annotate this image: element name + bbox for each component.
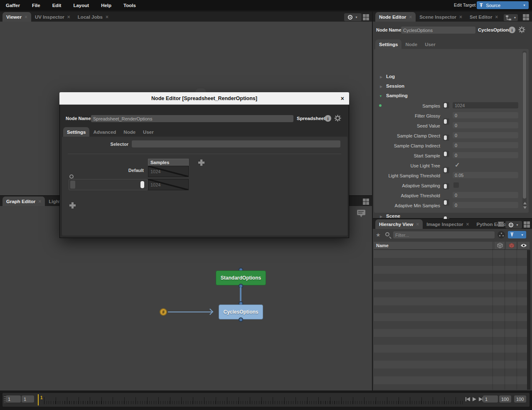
play-button[interactable] [473,397,476,401]
plug-toggle[interactable] [443,118,449,125]
plug-toggle[interactable] [443,151,449,157]
close-icon[interactable]: × [459,14,462,20]
node-editor-mode-button[interactable]: ▼ [504,14,518,21]
spreadsheet-default-cell[interactable]: 1024 [148,166,189,177]
set-filter-icon[interactable] [498,231,505,238]
light-sampling-threshold-input[interactable] [453,172,518,178]
start-sample-input[interactable] [453,152,518,158]
hierarchy-filter-input[interactable] [393,231,495,238]
section-arrow-icon[interactable]: ▶ [380,215,382,219]
close-icon[interactable]: × [106,14,108,20]
spreadsheet-row-name-widget[interactable] [69,179,148,190]
section-arrow-icon[interactable]: ▶ [380,85,382,88]
subtab-node[interactable]: Node [401,39,421,49]
hierarchy-rows[interactable] [374,250,530,390]
node-dot-hash[interactable]: # [160,308,167,316]
hierarchy-focus-button[interactable]: ▼ [505,221,522,228]
scroll-gutter[interactable] [527,250,530,390]
adaptive-threshold-input[interactable] [453,192,518,198]
tab-local-jobs[interactable]: Local Jobs× [74,12,112,22]
selector-input[interactable] [132,140,340,147]
menu-gaffer[interactable]: Gaffer [6,3,20,8]
name-column-header[interactable]: Name [374,243,494,248]
dialog-tab-user[interactable]: User [139,127,158,137]
scene-column-header[interactable] [494,242,505,250]
section-arrow-icon[interactable]: ▶ [380,75,382,79]
tab-hierarchy-view[interactable]: Hierarchy View× [375,219,423,229]
sample-clamp-indirect-input[interactable] [453,142,518,148]
subtab-user[interactable]: User [421,39,439,49]
tab-uv-inspector[interactable]: UV Inspector× [31,12,74,22]
plug-toggle[interactable] [443,167,449,173]
spreadsheet-column-header[interactable]: Samples [148,159,189,166]
layout-grid-icon[interactable] [524,221,530,228]
close-icon[interactable]: × [466,221,469,227]
star-icon[interactable]: ★ [376,232,381,238]
range-start-field[interactable] [483,395,498,403]
range-max-field[interactable] [514,395,526,403]
scroll-up-icon[interactable] [523,202,527,204]
tab-viewer[interactable]: Viewer× [2,12,31,22]
adaptive-min-samples-input[interactable] [453,202,518,208]
section-session[interactable]: Session [386,83,404,88]
dialog-tab-node[interactable]: Node [120,127,139,137]
close-icon[interactable]: × [409,14,412,20]
layout-grid-icon[interactable] [523,14,529,20]
dialog-tab-advanced[interactable]: Advanced [89,127,120,137]
tab-scene-inspector[interactable]: Scene Inspector× [416,12,466,22]
section-sampling[interactable]: Sampling [386,93,408,98]
adaptive-sampling-checkbox[interactable] [453,182,459,188]
spreadsheet-row-cell[interactable]: 1024 [148,179,189,190]
close-icon[interactable]: × [25,14,27,20]
info-icon[interactable]: i [509,27,515,33]
dialog-node-name-input[interactable] [91,115,293,122]
section-arrow-icon[interactable]: ▼ [379,94,382,98]
dialog-title-bar[interactable]: Node Editor [Spreadsheet_RenderOptions] … [59,92,349,105]
tab-image-inspector[interactable]: Image Inspector× [423,219,473,229]
plug-toggle[interactable] [443,135,449,141]
dialog-close-icon[interactable]: × [341,95,344,102]
add-row-icon[interactable] [69,202,76,209]
annotation-bubble-icon[interactable] [357,209,366,218]
close-icon[interactable]: × [495,14,498,20]
seed-value-input[interactable] [453,122,518,128]
plug-toggle[interactable] [443,102,449,108]
menu-file[interactable]: File [32,3,40,8]
edit-target-dropdown[interactable]: Ŧ Source ▼ [477,1,529,9]
samples-input[interactable] [453,102,518,108]
scrollbar-thumb[interactable] [523,52,526,199]
hamburger-menu-icon[interactable] [498,222,504,226]
tab-graph-editor[interactable]: Graph Editor× [2,196,45,206]
use-light-tree-checkbox[interactable]: ✓ [455,162,460,167]
node-name-input[interactable] [401,27,475,34]
plug-toggle[interactable] [443,183,449,189]
search-icon[interactable] [69,174,74,179]
node-output-connector[interactable] [239,317,243,322]
skip-to-start-button[interactable] [466,397,470,401]
close-icon[interactable]: × [67,14,70,20]
layout-grid-icon[interactable] [363,14,369,20]
hierarchy-target-dropdown[interactable]: Ŧ ▼ [508,231,526,238]
render-column-header[interactable] [505,242,517,250]
plug-toggle[interactable] [443,199,449,206]
menu-edit[interactable]: Edit [52,3,62,8]
frame-field[interactable] [6,395,21,403]
visibility-column-header[interactable] [517,242,530,250]
menu-help[interactable]: Help [101,3,111,8]
section-scene[interactable]: Scene [386,214,400,219]
viewer-focus-button[interactable]: ▼ [344,13,362,21]
row-handle[interactable] [70,181,75,189]
dialog-tab-settings[interactable]: Settings [63,127,89,137]
row-enabled-toggle[interactable] [140,181,144,188]
subtab-settings[interactable]: Settings [375,39,401,49]
gear-icon[interactable] [518,26,525,33]
add-column-icon[interactable] [198,160,204,166]
layout-grid-icon[interactable] [363,199,369,205]
node-standardoptions[interactable]: StandardOptions [216,270,266,285]
gear-icon[interactable] [334,115,341,122]
close-icon[interactable]: × [416,221,419,227]
tab-set-editor[interactable]: Set Editor× [466,12,502,22]
menu-layout[interactable]: Layout [73,3,89,8]
info-icon[interactable]: i [325,115,331,122]
timeline-major-ticks[interactable] [44,397,465,404]
